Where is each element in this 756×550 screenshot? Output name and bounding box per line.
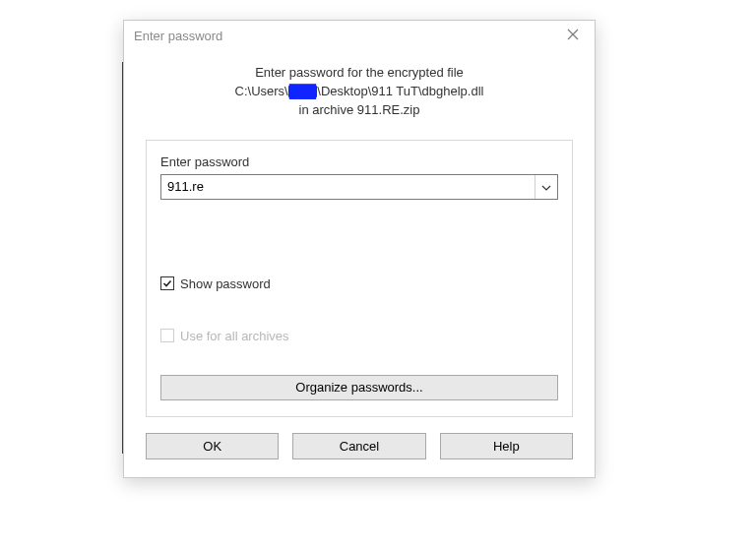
redacted-username: ███ xyxy=(288,86,318,97)
ok-button[interactable]: OK xyxy=(146,433,279,459)
password-combobox[interactable] xyxy=(160,174,558,200)
show-password-checkbox-row[interactable]: Show password xyxy=(160,276,558,291)
path-suffix: \Desktop\911 TuT\dbghelp.dll xyxy=(317,84,483,98)
checkmark-icon xyxy=(162,276,172,291)
prompt-message: Enter password for the encrypted file C:… xyxy=(124,50,595,130)
organize-passwords-button[interactable]: Organize passwords... xyxy=(160,375,558,400)
prompt-file-path: C:\Users\███\Desktop\911 TuT\dbghelp.dll xyxy=(150,83,569,101)
show-password-checkbox[interactable] xyxy=(160,276,174,290)
use-for-all-label: Use for all archives xyxy=(180,329,289,343)
password-input[interactable] xyxy=(161,175,535,199)
chevron-down-icon xyxy=(541,180,551,194)
close-button[interactable] xyxy=(551,21,595,50)
password-field-label: Enter password xyxy=(160,154,558,169)
prompt-line1: Enter password for the encrypted file xyxy=(150,64,569,83)
path-prefix: C:\Users\ xyxy=(235,84,288,98)
show-password-label: Show password xyxy=(180,276,271,291)
enter-password-dialog: Enter password Enter password for the en… xyxy=(123,20,596,478)
use-for-all-checkbox xyxy=(160,329,174,342)
help-button[interactable]: Help xyxy=(440,433,573,459)
prompt-archive-line: in archive 911.RE.zip xyxy=(150,101,569,120)
password-dropdown-button[interactable] xyxy=(535,175,557,199)
use-for-all-checkbox-row: Use for all archives xyxy=(160,329,558,343)
titlebar[interactable]: Enter password xyxy=(124,21,595,50)
window-title: Enter password xyxy=(134,29,222,43)
close-icon xyxy=(567,29,579,43)
password-group: Enter password Show password Use for all… xyxy=(146,140,573,417)
cancel-button[interactable]: Cancel xyxy=(292,433,425,459)
dialog-button-row: OK Cancel Help xyxy=(124,433,595,477)
